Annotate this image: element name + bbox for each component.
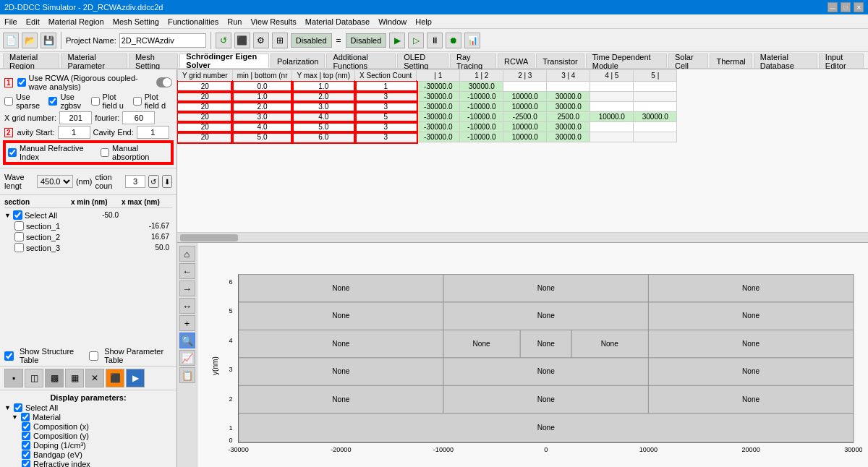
manual-refractive-checkbox[interactable]	[8, 148, 17, 157]
plot-field-d-checkbox[interactable]	[133, 97, 142, 106]
wave-select[interactable]: 450.0	[37, 175, 73, 188]
cell-ymax[interactable]: 6.0	[292, 132, 355, 142]
cell-c6[interactable]	[634, 102, 677, 112]
tab-transistor[interactable]: Transistor	[536, 53, 584, 68]
section1-checkbox[interactable]	[14, 221, 24, 231]
use-sparse-checkbox[interactable]	[4, 97, 13, 106]
stop-button[interactable]: ⬛	[234, 33, 250, 48]
menu-mesh-setting[interactable]: Mesh Setting	[113, 17, 159, 26]
zoom-tool[interactable]: 🔍	[179, 333, 195, 348]
cell-c6[interactable]: 30000.0	[634, 112, 677, 122]
cell-c4[interactable]: 30000.0	[547, 92, 590, 102]
plot-field-u-checkbox[interactable]	[91, 97, 100, 106]
cell-c5[interactable]: 10000.0	[590, 112, 634, 122]
download-button[interactable]: ⬇	[162, 175, 172, 188]
cell-c2[interactable]: -10000.0	[460, 132, 503, 142]
menu-file[interactable]: File	[4, 17, 17, 26]
menu-run[interactable]: Run	[227, 17, 242, 26]
cell-c2[interactable]: -10000.0	[460, 112, 503, 122]
cell-c4[interactable]: 2500.0	[547, 112, 590, 122]
cell-ymin[interactable]: 2.0	[232, 102, 292, 112]
cell-ygrid[interactable]: 20	[178, 132, 233, 142]
cell-c5[interactable]	[590, 92, 634, 102]
new-button[interactable]: 📄	[3, 33, 19, 48]
cell-c4[interactable]: 30000.0	[547, 102, 590, 112]
cell-c6[interactable]	[634, 82, 677, 92]
cell-ymin[interactable]: 5.0	[232, 132, 292, 142]
cell-ymin[interactable]: 1.0	[232, 92, 292, 102]
cell-xcount[interactable]: 3	[355, 102, 417, 112]
fourier-input[interactable]	[122, 111, 155, 124]
cell-ygrid[interactable]: 20	[178, 102, 233, 112]
cell-ygrid[interactable]: 20	[178, 92, 233, 102]
menu-help[interactable]: Help	[415, 17, 432, 26]
cavity-end-input[interactable]	[137, 126, 169, 139]
display-icon-4[interactable]: ▦	[65, 369, 84, 387]
display-icon-1[interactable]: ▪	[4, 369, 23, 387]
cell-c5[interactable]	[590, 102, 634, 112]
tab-thermal[interactable]: Thermal	[710, 53, 752, 68]
tab-material-region[interactable]: Material Region	[3, 53, 59, 68]
minimize-button[interactable]: —	[827, 2, 838, 12]
cell-ygrid[interactable]: 20	[178, 122, 233, 132]
copy-tool[interactable]: 📋	[179, 367, 195, 383]
param-comp-y-checkbox[interactable]	[22, 432, 30, 440]
scrollbar-thumb[interactable]	[180, 234, 238, 241]
cell-ymax[interactable]: 2.0	[292, 92, 355, 102]
param-material-checkbox[interactable]	[21, 413, 30, 421]
tab-material-db[interactable]: Material Database	[754, 53, 817, 68]
horizontal-scrollbar[interactable]	[177, 232, 868, 242]
pause-button[interactable]: ⏸	[427, 33, 443, 48]
section3-checkbox[interactable]	[14, 243, 24, 252]
tab-material-parameter[interactable]: Material Parameter	[61, 53, 127, 68]
select-all-checkbox[interactable]	[13, 210, 22, 220]
cell-c5[interactable]	[590, 82, 634, 92]
cell-c2[interactable]: 30000.0	[460, 82, 503, 92]
menu-window[interactable]: Window	[378, 17, 407, 26]
use-rcwa-checkbox[interactable]	[17, 78, 26, 87]
cell-c3[interactable]: -2500.0	[503, 112, 547, 122]
cell-c6[interactable]	[634, 122, 677, 132]
pan-right-tool[interactable]: →	[179, 280, 195, 296]
cell-c2[interactable]: -10000.0	[460, 92, 503, 102]
pan-both-tool[interactable]: ↔	[179, 298, 195, 314]
tab-mesh-setting[interactable]: Mesh Setting	[129, 53, 178, 68]
cell-ymin[interactable]: 3.0	[232, 112, 292, 122]
cell-c6[interactable]	[634, 132, 677, 142]
cell-c4[interactable]	[547, 82, 590, 92]
cell-c3[interactable]: 10000.0	[503, 122, 547, 132]
use-zgbsv-checkbox[interactable]	[48, 97, 57, 106]
display-icon-3[interactable]: ▩	[45, 369, 64, 387]
save-button[interactable]: 💾	[41, 33, 56, 48]
cell-c5[interactable]	[590, 132, 634, 142]
tab-ray-tracing[interactable]: Ray Tracing	[450, 53, 496, 68]
param-select-all-checkbox[interactable]	[14, 403, 22, 412]
action-count-input[interactable]	[125, 175, 145, 188]
cell-c3[interactable]: 10000.0	[503, 102, 547, 112]
section2-checkbox[interactable]	[14, 232, 24, 241]
tab-additional[interactable]: Additional Functions	[326, 53, 396, 68]
refresh-button[interactable]: ↺	[216, 33, 231, 48]
grid-button[interactable]: ⊞	[272, 33, 288, 48]
cell-xcount[interactable]: 5	[355, 112, 417, 122]
display-icon-6[interactable]: ⬛	[106, 369, 124, 387]
cell-c2[interactable]: -10000.0	[460, 122, 503, 132]
chart-button[interactable]: 📊	[464, 33, 480, 48]
cell-ymin[interactable]: 0.0	[232, 82, 292, 92]
display-icon-5[interactable]: ✕	[85, 369, 104, 387]
cell-ymax[interactable]: 1.0	[292, 82, 355, 92]
cell-c3[interactable]: 10000.0	[503, 132, 547, 142]
tab-input-editor[interactable]: Input Editor	[819, 53, 864, 68]
display-icon-2[interactable]: ◫	[25, 369, 43, 387]
param-comp-x-checkbox[interactable]	[22, 422, 30, 431]
cell-c3[interactable]: 10000.0	[503, 92, 547, 102]
param-doping-checkbox[interactable]	[22, 441, 30, 450]
grid-table-wrapper[interactable]: Y grid number min | bottom (nr Y max | t…	[177, 69, 868, 232]
menu-material-database[interactable]: Material Database	[305, 17, 370, 26]
menu-view-results[interactable]: View Results	[250, 17, 296, 26]
display-icon-7[interactable]: ▶	[126, 369, 145, 387]
cell-xcount[interactable]: 1	[355, 82, 417, 92]
tab-polarization[interactable]: Polarization	[271, 53, 325, 68]
open-button[interactable]: 📂	[22, 33, 38, 48]
cell-c1[interactable]: -30000.0	[417, 122, 460, 132]
